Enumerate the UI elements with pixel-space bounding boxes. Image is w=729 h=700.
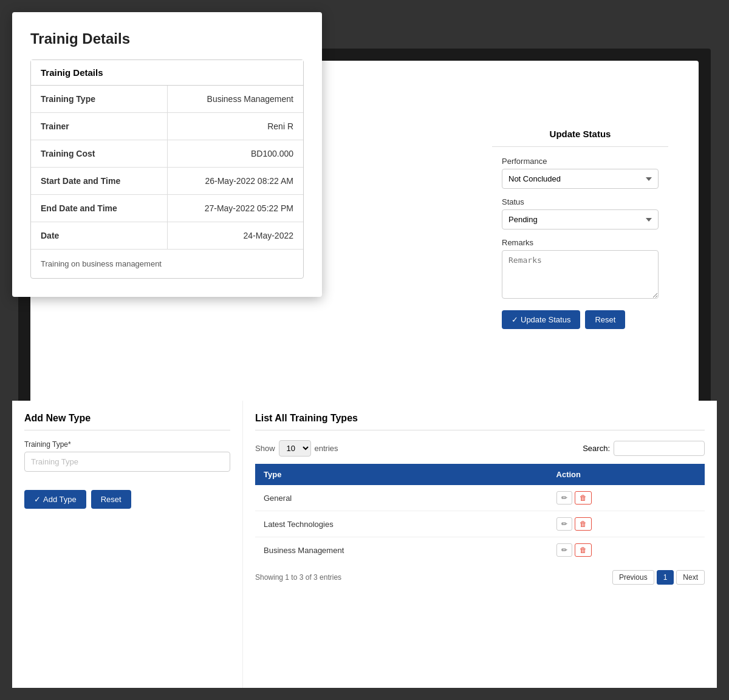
type-general: General <box>255 485 548 511</box>
training-type-input[interactable] <box>24 452 230 472</box>
table-footer: Showing 1 to 3 of 3 entries Previous 1 N… <box>255 570 705 585</box>
modal-title: Trainig Details <box>30 30 304 47</box>
entries-select[interactable]: 10 25 50 <box>279 440 311 457</box>
remarks-group: Remarks <box>502 238 659 301</box>
type-suffix: Type <box>69 413 91 423</box>
field-value-date: 24-May-2022 <box>167 222 303 250</box>
bottom-section: Add New Type Training Type* ✓ Add Type R… <box>12 401 717 688</box>
training-types-table: Type Action General ✏ 🗑 Latest Technolog… <box>255 464 705 563</box>
checkmark-add-icon: ✓ <box>34 495 41 504</box>
pagination: Previous 1 Next <box>612 570 705 585</box>
type-latest-tech: Latest Technologies <box>255 511 548 537</box>
add-new-label: Add New <box>24 413 66 423</box>
field-value-training-type: Business Management <box>167 86 303 113</box>
type-business-mgmt: Business Management <box>255 537 548 563</box>
action-buttons: ✏ 🗑 <box>556 543 696 557</box>
status-group: Status Pending Approved Rejected <box>502 197 659 229</box>
delete-business-mgmt-button[interactable]: 🗑 <box>575 543 592 557</box>
table-row: Latest Technologies ✏ 🗑 <box>255 511 705 537</box>
field-label-training-type: Training Type <box>31 86 167 113</box>
show-label: Show <box>255 444 275 453</box>
table-row: Start Date and Time 26-May-2022 08:22 AM <box>31 168 303 195</box>
add-type-button[interactable]: ✓ Add Type <box>24 490 86 509</box>
remarks-label: Remarks <box>502 238 659 247</box>
show-entries: Show 10 25 50 entries <box>255 440 338 457</box>
status-select[interactable]: Pending Approved Rejected <box>502 209 659 229</box>
delete-latest-tech-button[interactable]: 🗑 <box>575 517 592 531</box>
add-type-heading: Add New Type <box>24 413 230 430</box>
reset-update-button[interactable]: Reset <box>585 310 625 329</box>
table-controls: Show 10 25 50 entries Search: <box>255 440 705 457</box>
table-row: General ✏ 🗑 <box>255 485 705 511</box>
field-value-start: 26-May-2022 08:22 AM <box>167 168 303 195</box>
table-row: Business Management ✏ 🗑 <box>255 537 705 563</box>
action-buttons: ✏ 🗑 <box>556 517 696 531</box>
remarks-textarea[interactable] <box>502 250 659 299</box>
modal-inner-header: Trainig Details <box>31 60 303 86</box>
field-label-end: End Date and Time <box>31 195 167 222</box>
action-cell: ✏ 🗑 <box>548 537 705 563</box>
search-label: Search: <box>583 444 610 453</box>
performance-label: Performance <box>502 157 659 166</box>
reset-add-type-button[interactable]: Reset <box>91 490 131 509</box>
update-status-button[interactable]: ✓ Update Status <box>502 310 580 329</box>
list-all-label: List All <box>255 413 287 423</box>
edit-general-button[interactable]: ✏ <box>556 491 572 505</box>
checkmark-icon: ✓ <box>512 315 518 324</box>
modal-footer-text: Training on business management <box>31 249 303 278</box>
search-input[interactable] <box>614 441 705 456</box>
performance-group: Performance Not Concluded Concluded In P… <box>502 157 659 189</box>
modal-inner: Trainig Details Training Type Business M… <box>30 59 304 279</box>
add-type-panel: Add New Type Training Type* ✓ Add Type R… <box>12 401 243 688</box>
table-row: End Date and Time 27-May-2022 05:22 PM <box>31 195 303 222</box>
previous-page-button[interactable]: Previous <box>612 570 654 585</box>
edit-latest-tech-button[interactable]: ✏ <box>556 517 572 531</box>
table-header-row: Type Action <box>255 464 705 485</box>
action-cell: ✏ 🗑 <box>548 511 705 537</box>
field-label-date: Date <box>31 222 167 250</box>
training-type-field-label: Training Type* <box>24 440 230 449</box>
next-page-button[interactable]: Next <box>676 570 705 585</box>
table-row: Trainer Reni R <box>31 113 303 140</box>
page-1-button[interactable]: 1 <box>657 570 674 585</box>
performance-select[interactable]: Not Concluded Concluded In Progress <box>502 169 659 189</box>
delete-general-button[interactable]: 🗑 <box>575 491 592 505</box>
update-status-title: Update Status <box>492 121 668 147</box>
edit-business-mgmt-button[interactable]: ✏ <box>556 543 572 557</box>
field-label-trainer: Trainer <box>31 113 167 140</box>
field-value-cost: BD100.000 <box>167 140 303 168</box>
table-row: Training Type Business Management <box>31 86 303 113</box>
field-value-trainer: Reni R <box>167 113 303 140</box>
update-status-buttons: ✓ Update Status Reset <box>502 310 659 329</box>
list-types-panel: List All Training Types Show 10 25 50 en… <box>243 401 717 688</box>
update-status-panel: Update Status Performance Not Concluded … <box>492 121 668 339</box>
detail-table: Training Type Business Management Traine… <box>31 86 303 249</box>
list-types-heading: List All Training Types <box>255 413 705 430</box>
training-types-label: Training Types <box>290 413 358 423</box>
entries-label: entries <box>315 444 338 453</box>
table-entries-info: Showing 1 to 3 of 3 entries <box>255 573 341 582</box>
table-row: Date 24-May-2022 <box>31 222 303 250</box>
action-buttons: ✏ 🗑 <box>556 491 696 505</box>
add-type-buttons: ✓ Add Type Reset <box>24 490 230 509</box>
field-label-start: Start Date and Time <box>31 168 167 195</box>
field-value-end: 27-May-2022 05:22 PM <box>167 195 303 222</box>
action-column-header: Action <box>548 464 705 485</box>
field-label-cost: Training Cost <box>31 140 167 168</box>
action-cell: ✏ 🗑 <box>548 485 705 511</box>
status-label: Status <box>502 197 659 206</box>
table-row: Training Cost BD100.000 <box>31 140 303 168</box>
search-box: Search: <box>583 441 705 456</box>
type-column-header: Type <box>255 464 548 485</box>
training-details-modal: Trainig Details Trainig Details Training… <box>12 12 322 297</box>
